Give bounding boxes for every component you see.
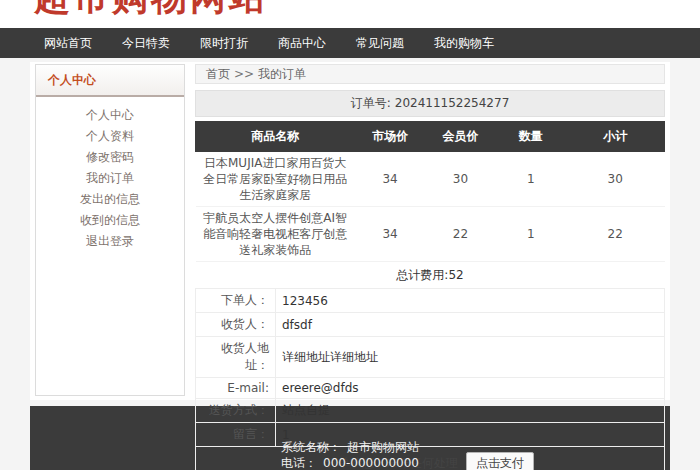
table-row: 下单人： 123456 [196, 289, 665, 313]
remark-label: 留言： [196, 423, 276, 447]
main-nav: 网站首页 今日特卖 限时打折 商品中心 常见问题 我的购物车 [0, 28, 700, 58]
table-row: 送货方式： 站点自提 [196, 399, 665, 423]
order-number-value: 202411152254277 [395, 96, 510, 110]
delivery-method-label: 送货方式： [196, 399, 276, 423]
member-price: 22 [425, 207, 495, 262]
consignee-value: dfsdf [276, 313, 665, 337]
order-details-table: 下单人： 123456 收货人： dfsdf 收货人地址： 详细地址详细地址 E… [195, 288, 665, 470]
sidebar-item-sent-messages[interactable]: 发出的信息 [36, 189, 184, 210]
address-value: 详细地址详细地址 [276, 337, 665, 378]
sidebar-item-profile[interactable]: 个人资料 [36, 126, 184, 147]
table-row: 日本MUJIA进口家用百货大全日常居家卧室好物日用品生活家庭家居 34 30 1… [196, 152, 665, 207]
site-logo[interactable]: 超市购物网站 [34, 0, 268, 22]
subtotal: 30 [566, 152, 665, 207]
col-header-market-price: 市场价 [355, 122, 425, 152]
quantity: 1 [496, 152, 566, 207]
breadcrumb: 首页 >> 我的订单 [195, 64, 665, 84]
col-header-member-price: 会员价 [425, 122, 495, 152]
breadcrumb-current: 我的订单 [258, 66, 306, 83]
product-name-link[interactable]: 日本MUJIA进口家用百货大全日常居家卧室好物日用品生活家庭家居 [196, 152, 355, 207]
nav-item-home[interactable]: 网站首页 [44, 35, 92, 52]
col-header-quantity: 数量 [496, 122, 566, 152]
table-row: E-mail: ereere@dfds [196, 378, 665, 399]
products-header-row: 商品名称 市场价 会员价 数量 小计 [196, 122, 665, 152]
content-wrapper: 个人中心 个人中心 个人资料 修改密码 我的订单 发出的信息 收到的信息 退出登… [30, 62, 670, 400]
table-row: 收货人地址： 详细地址详细地址 [196, 337, 665, 378]
nav-item-daily-deals[interactable]: 今日特卖 [122, 35, 170, 52]
market-price: 34 [355, 152, 425, 207]
delivery-method-value: 站点自提 [276, 399, 665, 423]
page: 超市购物网站 网站首页 今日特卖 限时打折 商品中心 常见问题 我的购物车 个人… [0, 0, 700, 470]
orderer-label: 下单人： [196, 289, 276, 313]
sidebar-list: 个人中心 个人资料 修改密码 我的订单 发出的信息 收到的信息 退出登录 [36, 97, 184, 252]
table-row: 收货人： dfsdf [196, 313, 665, 337]
nav-item-cart[interactable]: 我的购物车 [434, 35, 494, 52]
products-table: 商品名称 市场价 会员价 数量 小计 日本MUJIA进口家用百货大全日常居家卧室… [195, 121, 665, 262]
email-label: E-mail: [196, 378, 276, 399]
nav-item-faq[interactable]: 常见问题 [356, 35, 404, 52]
breadcrumb-separator: >> [234, 67, 254, 81]
product-name-link[interactable]: 宇航员太空人摆件创意AI智能音响轻奢电视柜客厅创意送礼家装饰品 [196, 207, 355, 262]
pay-button[interactable]: 点击支付 [466, 452, 534, 470]
total-cost: 总计费用:52 [195, 262, 665, 288]
nav-item-flash-sale[interactable]: 限时打折 [200, 35, 248, 52]
top-header: 超市购物网站 [0, 0, 700, 28]
consignee-label: 收货人： [196, 313, 276, 337]
order-number-bar: 订单号:202411152254277 [195, 90, 665, 117]
sidebar-item-change-password[interactable]: 修改密码 [36, 147, 184, 168]
email-value: ereere@dfds [276, 378, 665, 399]
quantity: 1 [496, 207, 566, 262]
nav-item-products[interactable]: 商品中心 [278, 35, 326, 52]
subtotal: 22 [566, 207, 665, 262]
col-header-product-name: 商品名称 [196, 122, 355, 152]
table-row: 宇航员太空人摆件创意AI智能音响轻奢电视柜客厅创意送礼家装饰品 34 22 1 … [196, 207, 665, 262]
breadcrumb-home-link[interactable]: 首页 [206, 66, 230, 83]
market-price: 34 [355, 207, 425, 262]
table-row: 留言： 1 [196, 423, 665, 447]
sidebar-item-my-orders[interactable]: 我的订单 [36, 168, 184, 189]
order-number-label: 订单号: [351, 96, 391, 110]
orderer-value: 123456 [276, 289, 665, 313]
order-status-row: 订单状态：未作任何处理点击支付 [196, 447, 665, 470]
sidebar: 个人中心 个人中心 个人资料 修改密码 我的订单 发出的信息 收到的信息 退出登… [35, 64, 185, 396]
main-panel: 首页 >> 我的订单 订单号:202411152254277 商品名称 市场价 … [195, 64, 665, 400]
sidebar-title: 个人中心 [36, 65, 184, 97]
member-price: 30 [425, 152, 495, 207]
address-label: 收货人地址： [196, 337, 276, 378]
sidebar-item-received-messages[interactable]: 收到的信息 [36, 210, 184, 231]
sidebar-item-logout[interactable]: 退出登录 [36, 231, 184, 252]
col-header-subtotal: 小计 [566, 122, 665, 152]
sidebar-item-personal-center[interactable]: 个人中心 [36, 105, 184, 126]
